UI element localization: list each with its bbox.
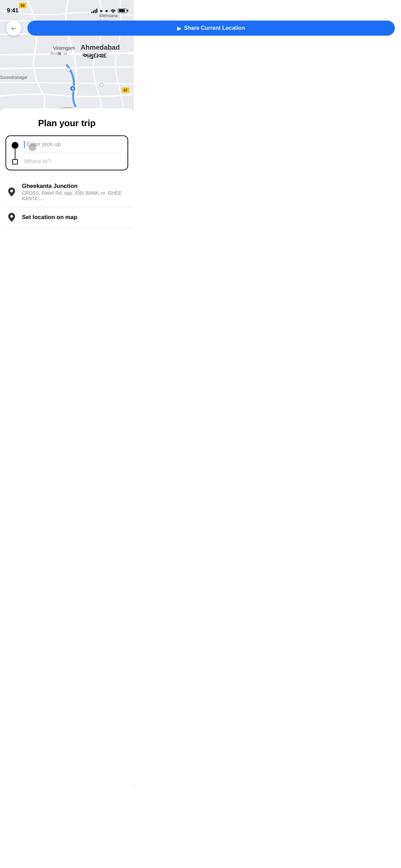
back-arrow-icon: ← [10,24,17,32]
svg-text:Ahmedabad: Ahmedabad [81,44,120,51]
svg-text:અમુદાવાદ: અમુદાવાદ [82,52,107,59]
svg-text:Surendranagar: Surendranagar [0,75,27,80]
svg-point-21 [72,87,74,89]
set-location-on-map-button[interactable]: Set location on map [0,207,134,228]
destination-square-icon [12,159,18,165]
suggestion-text: Gheekanta Junction CROSS, Relief Rd, opp… [22,183,127,201]
suggestion-address: CROSS, Relief Rd, opp. IDBI BANK, nr. GH… [22,190,127,201]
battery-icon [118,9,127,13]
set-location-text: Set location on map [22,214,127,221]
signal-strength-icon [91,8,97,13]
set-location-label: Set location on map [22,214,127,221]
cursor-indicator [29,144,36,151]
text-cursor [24,141,25,148]
input-fields: Enter pick-up Where to? [24,141,122,165]
route-line-icon [15,149,15,159]
plan-title: Plan your trip [0,108,134,135]
location-pin-icon [7,187,16,197]
svg-text:Viramgam: Viramgam [53,45,75,51]
svg-point-22 [67,68,70,71]
origin-dot-icon [12,142,19,149]
destination-placeholder: Where to? [24,158,51,165]
divider-2 [5,228,134,228]
share-location-button[interactable]: ▶ Share Current Location [27,21,134,36]
status-icons: ►◄ [91,8,127,13]
bottom-sheet: Plan your trip Enter pick-up Where to? [0,108,134,289]
wifi-icon [110,9,116,13]
svg-point-23 [100,83,103,87]
svg-text:વિરમ઩ામ: વિરમ઩ામ [51,52,67,56]
suggestion-name: Gheekanta Junction [22,183,127,190]
suggestion-gheekanta[interactable]: Gheekanta Junction CROSS, Relief Rd, opp… [0,177,134,207]
svg-text:47: 47 [123,88,127,92]
status-time: 9:41 [7,7,19,14]
map-pin-icon [7,213,16,222]
wifi-icon: ►◄ [99,8,108,13]
route-icons [12,141,19,165]
back-button[interactable]: ← [6,21,21,36]
status-bar: 9:41 ►◄ [0,0,134,17]
trip-input-container[interactable]: Enter pick-up Where to? [5,135,128,170]
